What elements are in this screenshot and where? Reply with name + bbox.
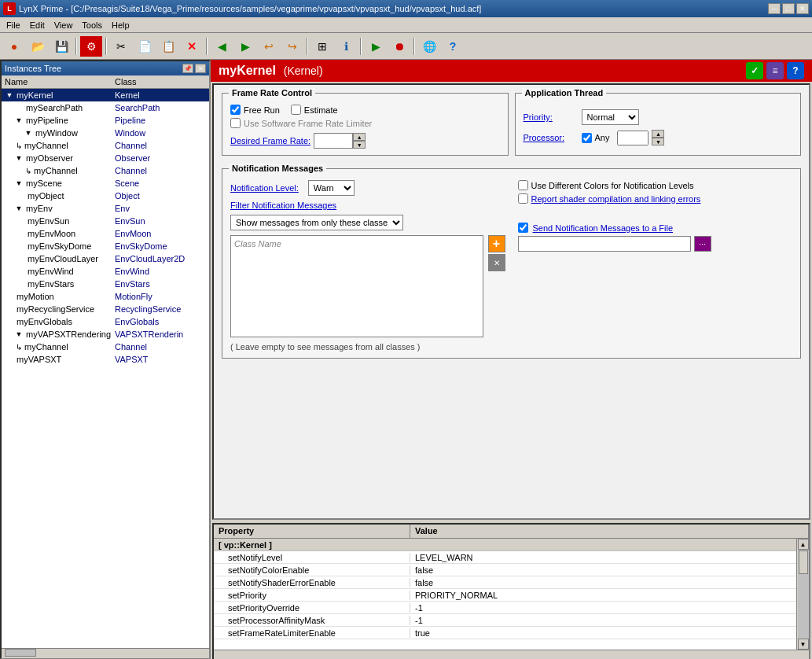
prop-row[interactable]: setNotifyShaderErrorEnable false [214,576,796,589]
help-badge[interactable]: ? [787,62,804,79]
prop-row[interactable]: setNotifyLevel LEVEL_WARN [214,551,796,564]
tree-row[interactable]: ▼ myVAPSXTRendering VAPSXTRenderin [2,328,209,341]
redo-button[interactable]: ↪ [281,36,303,57]
estimate-checkbox[interactable] [291,105,301,115]
filter-mode-dropdown[interactable]: Show messages from only these classes : … [230,215,403,230]
check-badge[interactable]: ✓ [746,62,763,79]
open-button[interactable]: 📂 [27,36,49,57]
processor-any-checkbox[interactable] [582,133,592,143]
add-class-button[interactable]: + [488,235,505,252]
instance-tree-panel: Instances Tree 📌 ✕ Name Class ▼ myKernel… [0,60,211,659]
info-button[interactable]: ℹ [335,36,357,57]
tree-row[interactable]: ↳ myChannel Channel [2,341,209,353]
prop-scrollbar[interactable] [214,650,809,659]
horizontal-scrollbar[interactable] [2,648,209,657]
tree-row[interactable]: mySearchPath SearchPath [2,101,209,114]
processor-value-input[interactable]: -1 [617,131,648,145]
tree-pin-button[interactable]: 📌 [182,64,193,73]
processor-spin-down[interactable]: ▼ [652,138,664,145]
globe-button[interactable]: 🌐 [418,36,440,57]
prop-row[interactable]: setFrameRateLimiterEnable true [214,627,796,639]
tree-row[interactable]: myMotion MotionFly [2,290,209,303]
help-button[interactable]: ? [442,36,464,57]
back-button[interactable]: ◀ [211,36,233,57]
diff-colors-checkbox[interactable] [518,180,528,190]
delete-button[interactable]: ✕ [181,36,203,57]
maximize-button[interactable]: □ [782,3,795,14]
report-shader-checkbox[interactable] [518,193,528,204]
kernel-name: myKernel [219,64,276,78]
software-limiter-checkbox[interactable] [230,118,241,128]
tree-row[interactable]: myEnvWind EnvWind [2,265,209,278]
config-badge[interactable]: ≡ [766,62,784,79]
forward-button[interactable]: ▶ [234,36,256,57]
tree-row[interactable]: ▼ myEnv Env [2,202,209,215]
desired-rate-label[interactable]: Desired Frame Rate: [230,136,310,145]
tree-row[interactable]: myEnvMoon EnvMoon [2,227,209,240]
tree-row[interactable]: myVAPSXT VAPSXT [2,353,209,366]
file-path-input[interactable]: vunotify.log [518,236,691,252]
tree-row[interactable]: ▼ myKernel Kernel [2,89,209,101]
filter-messages-label[interactable]: Filter Notification Messages [230,201,336,210]
tree-row[interactable]: myObject Object [2,190,209,202]
notif-level-dropdown[interactable]: Warn Info Debug Fatal [308,180,355,196]
bottom-area: Property Value [ vp::Kernel ] setNotifyL… [211,521,812,659]
browse-button[interactable]: ··· [694,236,711,252]
new-button[interactable]: ● [3,36,25,57]
tree-close-button[interactable]: ✕ [195,64,206,73]
free-run-checkbox[interactable] [230,105,241,115]
play-button[interactable]: ▶ [365,36,387,57]
cut-button[interactable]: ✂ [110,36,132,57]
tree-row[interactable]: ▼ myWindow Window [2,127,209,139]
priority-label[interactable]: Priority: [524,112,579,122]
compile-button[interactable]: ⚙ [80,36,102,57]
tree-row[interactable]: myEnvSkyDome EnvSkyDome [2,240,209,252]
notif-level-label[interactable]: Notification Level: [230,183,299,193]
undo-button[interactable]: ↩ [258,36,280,57]
menu-file[interactable]: File [2,19,25,31]
desired-rate-input[interactable]: 0 [314,133,353,149]
tree-row[interactable]: ▼ myScene Scene [2,177,209,190]
menu-bar: File Edit View Tools Help [0,17,812,33]
grid-button[interactable]: ⊞ [311,36,333,57]
tree-row[interactable]: myRecyclingService RecyclingService [2,303,209,315]
tree-row[interactable]: myEnvSun EnvSun [2,215,209,227]
expand-icon [14,104,24,112]
prop-row[interactable]: setPriorityOverride -1 [214,602,796,614]
record-button[interactable]: ⏺ [388,36,410,57]
send-to-file-checkbox[interactable] [518,223,528,233]
menu-help[interactable]: Help [107,19,134,31]
sep3 [206,38,208,55]
menu-tools[interactable]: Tools [77,19,107,31]
menu-view[interactable]: View [50,19,78,31]
prop-row[interactable]: setPriority PRIORITY_NORMAL [214,589,796,602]
processor-spin-up[interactable]: ▲ [652,130,664,138]
prop-row[interactable]: setProcessorAffinityMask -1 [214,614,796,627]
tree-row[interactable]: myEnvCloudLayer EnvCloudLayer2D [2,252,209,265]
tree-row[interactable]: ↳ myChannel Channel [2,139,209,152]
spin-up-button[interactable]: ▲ [353,133,366,141]
scroll-up-button[interactable]: ▲ [798,539,809,550]
minimize-button[interactable]: ─ [768,3,781,14]
spin-down-button[interactable]: ▼ [353,141,366,149]
tree-row[interactable]: ▼ myPipeline Pipeline [2,114,209,127]
paste-button[interactable]: 📋 [157,36,179,57]
scroll-down-button[interactable]: ▼ [798,639,809,650]
remove-class-button[interactable]: ✕ [488,254,505,271]
prop-value: -1 [410,603,796,613]
tree-row[interactable]: myEnvGlobals EnvGlobals [2,315,209,328]
save-button[interactable]: 💾 [50,36,72,57]
vertical-scrollbar[interactable]: ▲ ▼ [796,539,809,650]
tree-row[interactable]: ↳ myChannel Channel [2,164,209,177]
menu-edit[interactable]: Edit [25,19,50,31]
report-shader-label[interactable]: Report shader compilation and linking er… [531,194,701,204]
copy-button[interactable]: 📄 [134,36,156,57]
processor-label[interactable]: Processor: [524,133,579,142]
tree-row[interactable]: ▼ myObserver Observer [2,152,209,164]
tree-row[interactable]: myEnvStars EnvStars [2,278,209,290]
prop-row[interactable]: setNotifyColorEnable false [214,564,796,576]
close-button[interactable]: ✕ [796,3,809,14]
priority-dropdown[interactable]: Normal High Low RealTime [582,109,639,125]
expand-icon: ▼ [14,330,24,338]
send-to-file-label[interactable]: Send Notification Messages to a File [533,223,674,233]
